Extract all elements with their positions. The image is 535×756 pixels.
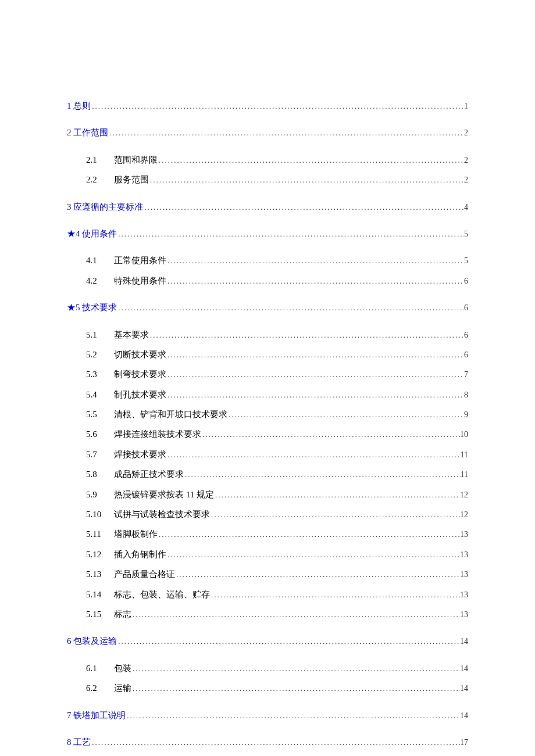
toc-leader-dots [149, 329, 464, 342]
toc-entry[interactable]: 5.1基本要求6 [67, 328, 468, 342]
toc-entry[interactable]: 5.9热浸镀锌要求按表 11 规定12 [67, 488, 468, 501]
toc-number: 5.1 [86, 328, 114, 342]
toc-title: 标志 [114, 607, 131, 621]
toc-page-number: 17 [460, 736, 468, 749]
toc-page-number: 9 [464, 409, 468, 421]
toc-title: 基本要求 [114, 328, 149, 342]
toc-entry[interactable]: 5.15标志13 [67, 607, 468, 621]
toc-title: 包装 [114, 661, 131, 675]
toc-entry[interactable]: 6.1包装14 [67, 661, 468, 675]
toc-leader-dots [214, 489, 460, 501]
toc-entry[interactable]: 6.2运输14 [67, 681, 468, 695]
toc-leader-dots [166, 389, 464, 402]
toc-leader-dots [184, 469, 461, 481]
toc-entry[interactable]: 5.14标志、包装、运输、贮存13 [67, 587, 468, 601]
toc-entry[interactable]: 5.6焊接连接组装技术要求10 [67, 427, 468, 441]
toc-title: ★5 技术要求 [67, 300, 117, 314]
toc-title: 标志、包装、运输、贮存 [114, 587, 210, 601]
toc-leader-dots [166, 449, 461, 461]
toc-entry[interactable]: ★5 技术要求6 [67, 300, 468, 314]
toc-entry[interactable]: 5.12插入角钢制作13 [67, 547, 468, 561]
toc-leader-dots [117, 636, 460, 648]
toc-page-number: 11 [461, 468, 468, 481]
toc-entry[interactable]: 5.8成品矫正技术要求11 [67, 467, 468, 481]
toc-page-number: 12 [460, 489, 468, 501]
toc-title: 试拼与试装检查技术要求 [114, 507, 210, 521]
toc-page-number: 5 [464, 255, 468, 267]
toc-page-number: 14 [460, 682, 468, 695]
toc-entry[interactable]: 5.4制孔技术要求8 [67, 388, 468, 402]
toc-title: 清根、铲背和开坡口技术要求 [114, 407, 227, 421]
toc-leader-dots [117, 302, 464, 314]
toc-number: 2.1 [86, 153, 114, 167]
toc-entry[interactable]: 5.10试拼与试装检查技术要求12 [67, 507, 468, 521]
toc-page-number: 6 [464, 275, 468, 288]
toc-leader-dots [143, 202, 464, 214]
toc-leader-dots [166, 349, 464, 361]
toc-number: 5.9 [86, 488, 114, 501]
toc-entry[interactable]: 5.11塔脚板制作13 [67, 527, 468, 541]
toc-number: 5.12 [86, 547, 114, 561]
toc-page-number: 6 [464, 349, 468, 361]
toc-page-number: 13 [460, 608, 468, 621]
toc-entry[interactable]: 2 工作范围2 [67, 126, 468, 139]
toc-leader-dots [149, 174, 464, 187]
toc-entry[interactable]: 3 应遵循的主要标准4 [67, 200, 468, 214]
toc-entry[interactable]: 5.7焊接技术要求11 [67, 447, 468, 461]
toc-title: 1 总则 [67, 99, 91, 113]
toc-page-number: 10 [460, 428, 468, 441]
toc-page-number: 13 [460, 589, 468, 601]
toc-leader-dots [158, 155, 464, 167]
toc-title: 3 应遵循的主要标准 [67, 200, 143, 214]
toc-page-number: 14 [460, 635, 468, 648]
toc-page-number: 14 [460, 662, 468, 675]
toc-leader-dots [166, 255, 464, 267]
toc-page-number: 12 [460, 508, 468, 521]
toc-leader-dots [166, 549, 460, 561]
toc-leader-dots [91, 101, 464, 113]
toc-number: 5.6 [86, 427, 114, 441]
toc-number: 5.5 [86, 407, 114, 421]
toc-entry[interactable]: 4.2特殊使用条件6 [67, 274, 468, 288]
toc-entry[interactable]: ★4 使用条件5 [67, 227, 468, 241]
toc-entry[interactable]: 5.13产品质量合格证13 [67, 567, 468, 581]
toc-page-number: 13 [460, 528, 468, 541]
toc-entry[interactable]: 2.1范围和界限2 [67, 153, 468, 167]
toc-title: 8 工艺 [67, 735, 91, 749]
toc-leader-dots [117, 228, 464, 241]
toc-title: 6 包装及运输 [67, 634, 117, 648]
toc-title: 7 铁塔加工说明 [67, 708, 126, 722]
toc-number: 2.2 [86, 173, 114, 187]
toc-title: 热浸镀锌要求按表 11 规定 [114, 488, 214, 501]
toc-entry[interactable]: 4.1正常使用条件5 [67, 253, 468, 267]
toc-number: 5.10 [86, 507, 114, 521]
toc-number: 4.1 [86, 253, 114, 267]
toc-number: 5.8 [86, 467, 114, 481]
toc-entry[interactable]: 5.5清根、铲背和开坡口技术要求9 [67, 407, 468, 421]
toc-leader-dots [227, 409, 464, 421]
toc-title: 正常使用条件 [114, 253, 166, 267]
toc-title: 服务范围 [114, 173, 149, 187]
toc-title: 塔脚板制作 [114, 527, 158, 541]
toc-page-number: 2 [464, 174, 468, 187]
toc-entry[interactable]: 1 总则1 [67, 99, 468, 113]
toc-page-number: 5 [464, 228, 468, 241]
toc-entry[interactable]: 2.2服务范围2 [67, 173, 468, 187]
table-of-contents: 1 总则12 工作范围22.1范围和界限22.2服务范围23 应遵循的主要标准4… [67, 99, 468, 756]
toc-entry[interactable]: 5.3制弯技术要求7 [67, 367, 468, 381]
toc-entry[interactable]: 7 铁塔加工说明14 [67, 708, 468, 722]
toc-entry[interactable]: 5.2切断技术要求6 [67, 347, 468, 361]
toc-page-number: 14 [460, 710, 468, 722]
toc-title: 运输 [114, 681, 131, 695]
toc-leader-dots [131, 609, 460, 621]
toc-leader-dots [131, 683, 460, 695]
toc-number: 5.13 [86, 567, 114, 581]
toc-entry[interactable]: 6 包装及运输14 [67, 634, 468, 648]
toc-title: 插入角钢制作 [114, 547, 166, 561]
toc-entry[interactable]: 8 工艺17 [67, 735, 468, 749]
toc-leader-dots [131, 663, 460, 675]
toc-number: 5.7 [86, 447, 114, 461]
toc-page-number: 13 [460, 549, 468, 561]
toc-leader-dots [201, 429, 460, 441]
toc-page-number: 4 [464, 201, 468, 214]
